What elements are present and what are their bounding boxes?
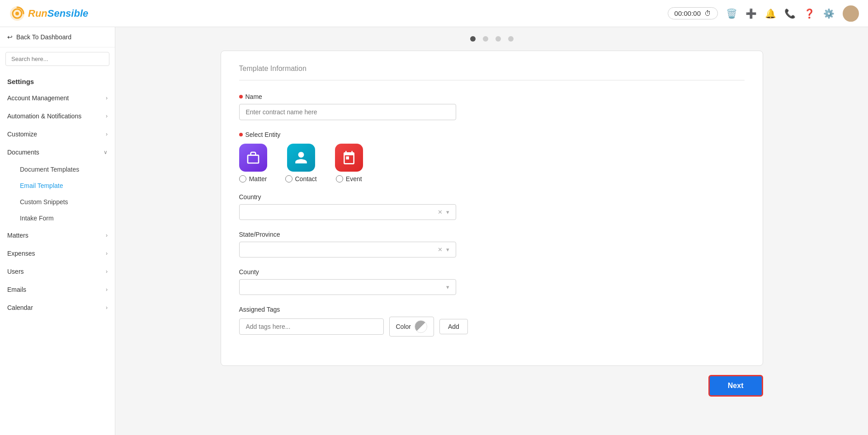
entity-radio-event[interactable]: Event [336,175,362,182]
next-button[interactable]: Next [708,375,763,397]
svg-point-4 [844,15,857,22]
top-navigation: RunSensible 00:00:00 ⏱ 🗑️ ➕ 🔔 📞 ❓ ⚙️ [0,0,868,27]
form-group-state: State/Province ✕ ▾ [239,231,745,257]
next-button-area: Next [221,375,763,397]
state-chevron-icon: ▾ [446,246,449,253]
entity-option-matter: Matter [239,144,267,182]
logo-icon [9,5,25,22]
phone-icon[interactable]: 📞 [784,8,796,19]
contact-icon [287,144,315,172]
country-select[interactable]: ✕ ▾ [239,204,456,220]
avatar[interactable] [843,5,859,22]
step-dot-2 [483,36,488,42]
form-group-county: County ▾ [239,268,745,295]
topnav-right: 00:00:00 ⏱ 🗑️ ➕ 🔔 📞 ❓ ⚙️ [668,5,859,22]
radio-contact[interactable] [285,175,292,182]
sidebar-sub-custom-snippets[interactable]: Custom Snippets [13,194,115,210]
timer-box[interactable]: 00:00:00 ⏱ [668,7,718,19]
county-controls: ▾ [446,284,449,290]
matter-icon [239,144,267,172]
sidebar-search-wrapper [5,52,109,66]
state-select-wrapper: ✕ ▾ [239,242,456,257]
county-select-wrapper: ▾ [239,279,456,295]
form-group-name: Name [239,93,745,120]
name-input[interactable] [239,104,456,120]
required-dot-entity [239,133,243,136]
add-tag-button[interactable]: Add [439,319,468,334]
color-picker-box[interactable]: Color [389,317,434,337]
sidebar-sub-document-templates[interactable]: Document Templates [13,161,115,178]
radio-matter[interactable] [239,175,246,182]
sidebar-item-expenses[interactable]: Expenses › [0,244,115,262]
sidebar-documents-sub: Document Templates Email Template Custom… [0,161,115,226]
state-controls: ✕ ▾ [438,246,449,253]
gear-icon[interactable]: ⚙️ [823,8,835,19]
help-icon[interactable]: ❓ [804,8,815,19]
chevron-right-icon: › [106,286,108,293]
country-clear-icon[interactable]: ✕ [438,209,443,215]
trash-icon[interactable]: 🗑️ [726,8,737,19]
briefcase-icon [246,150,260,165]
sidebar-sub-email-template[interactable]: Email Template [13,178,115,194]
entity-option-event: Event [335,144,363,182]
steps-dots [470,36,514,42]
sidebar-item-users[interactable]: Users › [0,262,115,281]
sidebar-item-customize[interactable]: Customize › [0,125,115,143]
county-select[interactable]: ▾ [239,279,456,295]
search-input[interactable] [5,52,109,66]
state-label: State/Province [239,231,745,238]
country-select-wrapper: ✕ ▾ [239,204,456,220]
sidebar-item-account-management[interactable]: Account Management › [0,89,115,107]
form-group-entity: Select Entity Matter [239,131,745,182]
sidebar-item-calendar[interactable]: Calendar › [0,299,115,317]
radio-event[interactable] [336,175,343,182]
entity-label: Select Entity [239,131,745,138]
chevron-right-icon: › [106,113,108,119]
back-arrow-icon: ↩ [7,33,13,41]
tags-label: Assigned Tags [239,306,745,313]
country-label: Country [239,193,745,201]
color-circle [415,320,427,333]
chevron-right-icon: › [106,131,108,137]
entity-options: Matter Contact [239,144,745,182]
sidebar-item-emails[interactable]: Emails › [0,281,115,299]
entity-radio-matter[interactable]: Matter [239,175,267,182]
back-label: Back To Dashboard [16,33,71,41]
required-dot-name [239,95,243,98]
state-select[interactable]: ✕ ▾ [239,242,456,257]
settings-label: Settings [0,70,115,89]
add-circle-icon[interactable]: ➕ [745,8,757,19]
bell-icon[interactable]: 🔔 [765,8,776,19]
sidebar-item-documents[interactable]: Documents ∨ [0,143,115,161]
svg-point-3 [847,9,854,16]
calendar-icon [342,150,356,165]
chevron-right-icon: › [106,95,108,101]
template-card: Template Information Name Select Entity [221,51,763,366]
timer-value: 00:00:00 [675,9,701,17]
back-to-dashboard[interactable]: ↩ Back To Dashboard [0,27,115,47]
sidebar-item-label: Emails [7,286,26,293]
step-dot-4 [508,36,514,42]
sidebar-item-label: Documents [7,149,39,156]
logo: RunSensible [9,5,88,22]
person-icon [294,150,308,165]
chevron-right-icon: › [106,268,108,275]
timer-icon: ⏱ [704,9,711,17]
chevron-right-icon: › [106,250,108,257]
sidebar-item-label: Account Management [7,94,69,102]
chevron-right-icon: › [106,304,108,311]
form-group-tags: Assigned Tags Color Add [239,306,745,337]
sidebar-item-label: Automation & Notifications [7,112,81,120]
sidebar-item-matters[interactable]: Matters › [0,226,115,244]
country-chevron-icon: ▾ [446,209,449,215]
tags-row: Color Add [239,317,745,337]
sidebar-item-label: Users [7,268,24,275]
tag-input[interactable] [239,318,384,335]
main-layout: ↩ Back To Dashboard Settings Account Man… [0,27,868,435]
event-icon [335,144,363,172]
entity-radio-contact[interactable]: Contact [285,175,317,182]
sidebar-item-automation-notifications[interactable]: Automation & Notifications › [0,107,115,125]
step-dot-3 [495,36,501,42]
sidebar-sub-intake-form[interactable]: Intake Form [13,210,115,226]
state-clear-icon[interactable]: ✕ [438,246,443,253]
